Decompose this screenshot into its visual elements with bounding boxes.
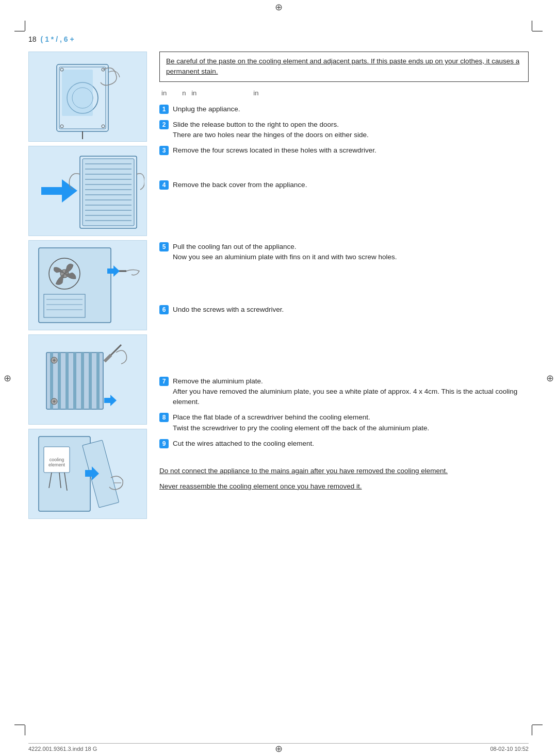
step-5: 5 Pull the cooling fan out of the applia… bbox=[159, 242, 529, 263]
crop-tr-v bbox=[532, 21, 532, 31]
lang-3: in bbox=[253, 89, 258, 97]
page-content: 18 ( 1 * / , 6 + bbox=[28, 35, 529, 721]
crop-bl-v bbox=[25, 725, 25, 735]
step-7: 7 Remove the aluminium plate. After you … bbox=[159, 376, 529, 408]
image-2 bbox=[28, 146, 147, 236]
step-text-7: Remove the aluminium plate. After you ha… bbox=[173, 376, 529, 408]
language-row: in n in in bbox=[159, 89, 529, 97]
step-text-5: Pull the cooling fan out of the applianc… bbox=[173, 242, 529, 263]
image-4 bbox=[28, 334, 147, 425]
lang-1: in bbox=[161, 89, 167, 97]
crop-br-v bbox=[532, 725, 532, 735]
reg-mark-right: ⊕ bbox=[545, 373, 555, 383]
step-6: 6 Undo the screws with a screwdriver. bbox=[159, 305, 529, 315]
step-4: 4 Remove the back cover from the applian… bbox=[159, 180, 529, 190]
chapter-title: ( 1 * / , 6 + bbox=[41, 35, 74, 43]
svg-marker-10 bbox=[41, 179, 77, 203]
step-text-2: Slide the release button to the right to… bbox=[173, 120, 529, 141]
step-badge-4: 4 bbox=[159, 180, 169, 190]
reg-mark-top: ⊕ bbox=[273, 2, 284, 12]
page-number: 18 bbox=[28, 35, 37, 43]
image-5: cooling element bbox=[28, 429, 147, 519]
step-text-4: Remove the back cover from the appliance… bbox=[173, 180, 529, 190]
footer-left: 4222.001.9361.3.indd 18 G bbox=[28, 746, 97, 752]
warning-box: Be careful of the paste on the cooling e… bbox=[159, 52, 529, 82]
step-badge-8: 8 bbox=[159, 413, 169, 422]
page-header: 18 ( 1 * / , 6 + bbox=[28, 35, 529, 43]
image-3 bbox=[28, 240, 147, 330]
lang-2: n in bbox=[182, 89, 196, 97]
step-text-6: Undo the screws with a screwdriver. bbox=[173, 305, 529, 315]
main-layout: cooling element bbox=[28, 52, 529, 519]
svg-point-9 bbox=[102, 125, 105, 128]
svg-text:element: element bbox=[48, 462, 65, 467]
step-badge-3: 3 bbox=[159, 146, 169, 155]
crop-tl-h bbox=[14, 31, 25, 31]
step-2: 2 Slide the release button to the right … bbox=[159, 120, 529, 141]
instructions-column: Be careful of the paste on the cooling e… bbox=[159, 52, 529, 492]
warning-bottom-2: Never reassemble the cooling element onc… bbox=[159, 481, 529, 492]
warning-bottom-1: Do not connect the appliance to the main… bbox=[159, 465, 529, 477]
step-3: 3 Remove the four screws located in thes… bbox=[159, 145, 529, 156]
crop-bl-h bbox=[14, 725, 25, 725]
reg-mark-left: ⊕ bbox=[2, 373, 12, 383]
step-text-1: Unplug the appliance. bbox=[173, 104, 529, 114]
step-badge-9: 9 bbox=[159, 439, 169, 448]
image-1 bbox=[28, 52, 147, 142]
step-badge-7: 7 bbox=[159, 377, 169, 386]
warning-text: Be careful of the paste on the cooling e… bbox=[166, 56, 522, 77]
step-text-3: Remove the four screws located in these … bbox=[173, 145, 529, 156]
svg-point-8 bbox=[60, 125, 63, 128]
crop-tl-v bbox=[25, 21, 25, 31]
step-1: 1 Unplug the appliance. bbox=[159, 104, 529, 114]
step-text-9: Cut the wires attached to the cooling el… bbox=[173, 439, 529, 449]
footer-right: 08-02-10 10:52 bbox=[490, 746, 529, 752]
step-badge-1: 1 bbox=[159, 105, 169, 114]
images-column: cooling element bbox=[28, 52, 147, 519]
step-9: 9 Cut the wires attached to the cooling … bbox=[159, 439, 529, 449]
svg-text:cooling: cooling bbox=[50, 457, 64, 462]
svg-marker-51 bbox=[104, 395, 117, 406]
svg-rect-5 bbox=[62, 70, 93, 116]
step-badge-2: 2 bbox=[159, 120, 169, 129]
svg-rect-50 bbox=[104, 354, 112, 363]
steps-section: 1 Unplug the appliance. 2 Slide the rele… bbox=[159, 104, 529, 492]
step-badge-5: 5 bbox=[159, 242, 169, 251]
crop-br-h bbox=[532, 725, 543, 725]
page-footer: 4222.001.9361.3.indd 18 G 08-02-10 10:52 bbox=[28, 743, 529, 752]
step-8: 8 Place the flat blade of a screwdriver … bbox=[159, 412, 529, 433]
crop-tr-h bbox=[532, 31, 543, 31]
step-badge-6: 6 bbox=[159, 305, 169, 314]
step-text-8: Place the flat blade of a screwdriver be… bbox=[173, 412, 529, 433]
